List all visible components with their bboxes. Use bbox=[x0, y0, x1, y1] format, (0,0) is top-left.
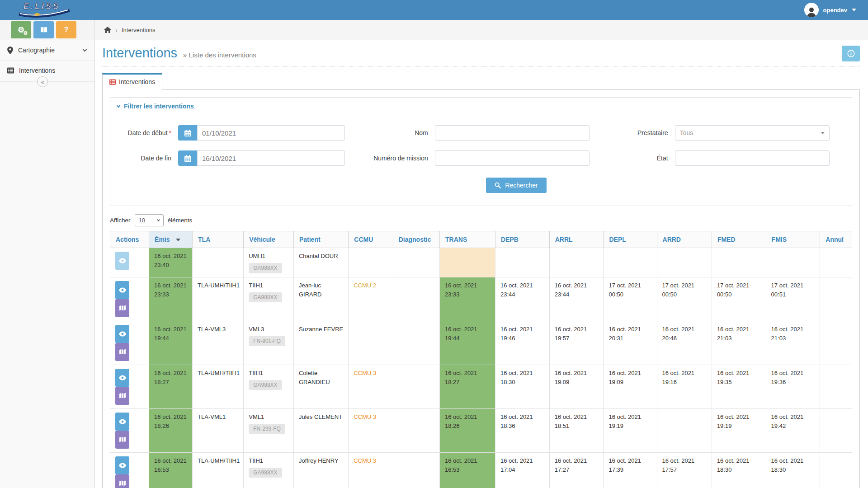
cell-vehicule: TIIH1GA988XX bbox=[244, 277, 294, 321]
cell-diagnostic bbox=[393, 248, 439, 277]
eye-icon bbox=[119, 375, 126, 380]
cell-fmed: 16 oct. 202118:30 bbox=[712, 452, 766, 488]
cell-vehicule: TIIH1GA988XX bbox=[244, 452, 294, 488]
search-button[interactable]: Rechercher bbox=[486, 178, 546, 193]
column-header--mis[interactable]: Émis bbox=[149, 231, 193, 248]
page-size-select[interactable]: 10 bbox=[135, 214, 164, 226]
column-header-trans[interactable]: TRANS bbox=[440, 231, 495, 248]
cell-tla: TLA-UMH/TIIH1 bbox=[193, 277, 244, 321]
view-intervention-button[interactable] bbox=[115, 252, 129, 270]
eye-icon bbox=[119, 463, 126, 468]
info-icon bbox=[847, 50, 855, 57]
info-button[interactable] bbox=[842, 46, 860, 61]
cell-arrd bbox=[657, 248, 712, 277]
list-icon bbox=[109, 79, 116, 85]
table-header-row: ActionsÉmisTLAVéhiculePatientCCMUDiagnos… bbox=[110, 231, 852, 248]
cell-arrl: 16 oct. 202119:57 bbox=[549, 321, 604, 365]
eye-icon bbox=[119, 331, 126, 337]
cell-fmed: 16 oct. 202119:35 bbox=[712, 365, 766, 408]
divider bbox=[102, 66, 860, 66]
column-header-depl[interactable]: DEPL bbox=[604, 231, 657, 248]
top-navbar: E.LISS opendev bbox=[0, 0, 868, 20]
column-header-patient[interactable]: Patient bbox=[293, 231, 348, 248]
page-subtitle: » Liste des interventions bbox=[183, 51, 256, 59]
eye-icon bbox=[119, 419, 126, 424]
table-row: 16 oct. 202116:53TLA-UMH/TIIH1TIIH1GA988… bbox=[110, 452, 852, 488]
cell-vehicule: VML3FN-901-FQ bbox=[244, 321, 294, 365]
cell-patient: Jules CLEMENT bbox=[293, 408, 348, 452]
map-intervention-button[interactable] bbox=[115, 431, 129, 449]
help-button[interactable]: ? bbox=[56, 21, 76, 38]
plate-badge: GA988XX bbox=[249, 263, 282, 273]
breadcrumb-item[interactable]: Interventions bbox=[122, 27, 155, 33]
view-intervention-button[interactable] bbox=[115, 456, 129, 474]
question-icon: ? bbox=[64, 26, 69, 34]
cell-actions bbox=[110, 248, 149, 277]
column-header-arrl[interactable]: ARRL bbox=[549, 231, 604, 248]
numero-mission-input[interactable] bbox=[435, 150, 590, 166]
column-header-actions[interactable]: Actions bbox=[110, 231, 149, 248]
ccmu-badge: CCMU 2 bbox=[354, 282, 376, 289]
etat-input[interactable] bbox=[675, 150, 830, 166]
cell-emis: 16 oct. 202118:26 bbox=[149, 408, 193, 452]
cell-depl: 16 oct. 202117:39 bbox=[604, 452, 657, 488]
settings-button[interactable]: ⚙ ⚙ bbox=[11, 21, 31, 38]
cell-annul bbox=[820, 452, 852, 488]
cell-tla bbox=[193, 248, 244, 277]
calendar-addon[interactable] bbox=[178, 125, 197, 141]
tab-label: Interventions bbox=[119, 78, 155, 85]
sidebar-item-interventions[interactable]: Interventions bbox=[0, 60, 94, 80]
map-intervention-button[interactable] bbox=[115, 474, 129, 488]
view-intervention-button[interactable] bbox=[115, 413, 129, 431]
user-menu[interactable]: opendev bbox=[804, 3, 868, 17]
cell-fmis: 17 oct. 202100:51 bbox=[766, 277, 820, 321]
table-row: 16 oct. 202118:27TLA-UMH/TIIH1TIIH1GA988… bbox=[110, 365, 852, 408]
cell-actions bbox=[110, 408, 149, 452]
sidebar-collapse-button[interactable]: « bbox=[37, 76, 48, 87]
plate-badge: GA988XX bbox=[249, 380, 282, 390]
column-header-depb[interactable]: DEPB bbox=[495, 231, 550, 248]
cell-trans: 16 oct. 202116:53 bbox=[440, 452, 495, 488]
column-header-ccmu[interactable]: CCMU bbox=[349, 231, 393, 248]
cell-ccmu bbox=[349, 321, 393, 365]
column-header-annul[interactable]: Annul bbox=[820, 231, 852, 248]
map-intervention-button[interactable] bbox=[115, 299, 129, 317]
date-fin-input[interactable] bbox=[197, 150, 345, 166]
column-header-fmis[interactable]: FMIS bbox=[766, 231, 820, 248]
map-intervention-button[interactable] bbox=[115, 343, 129, 361]
sidebar-toolbar: ⚙ ⚙ ? bbox=[0, 20, 94, 40]
cell-annul bbox=[820, 248, 852, 277]
column-header-arrd[interactable]: ARRD bbox=[657, 231, 712, 248]
cell-annul bbox=[820, 321, 852, 365]
cell-diagnostic bbox=[393, 408, 439, 452]
column-header-tla[interactable]: TLA bbox=[193, 231, 244, 248]
column-header-diagnostic[interactable]: Diagnostic bbox=[393, 231, 439, 248]
home-icon[interactable] bbox=[104, 27, 111, 33]
cell-tla: TLA-VML1 bbox=[193, 408, 244, 452]
map-intervention-button[interactable] bbox=[115, 387, 129, 405]
calendar-addon[interactable] bbox=[178, 150, 197, 166]
cell-fmis: 16 oct. 202119:36 bbox=[766, 365, 820, 408]
cell-fmis: 16 oct. 202121:03 bbox=[766, 321, 820, 365]
cell-annul bbox=[820, 277, 852, 321]
nom-input[interactable] bbox=[435, 125, 590, 141]
view-intervention-button[interactable] bbox=[115, 325, 129, 343]
column-header-v-hicule[interactable]: Véhicule bbox=[244, 231, 294, 248]
tab-interventions[interactable]: Interventions bbox=[102, 73, 162, 90]
cell-arrl: 16 oct. 202118:51 bbox=[549, 408, 604, 452]
cell-depb bbox=[495, 248, 550, 277]
view-intervention-button[interactable] bbox=[115, 369, 129, 387]
cell-trans: 16 oct. 202123:33 bbox=[440, 277, 495, 321]
prestataire-select[interactable]: Tous bbox=[675, 125, 830, 141]
tab-pane: Filtrer les interventions Date de début* bbox=[102, 90, 860, 488]
filter-panel-header[interactable]: Filtrer les interventions bbox=[110, 98, 852, 115]
cell-diagnostic bbox=[393, 277, 439, 321]
afficher-label: Afficher bbox=[110, 217, 131, 224]
cell-fmis: 16 oct. 202118:30 bbox=[766, 452, 820, 488]
date-debut-input[interactable] bbox=[197, 125, 345, 141]
cell-actions bbox=[110, 365, 149, 408]
documentation-button[interactable] bbox=[33, 21, 54, 38]
column-header-fmed[interactable]: FMED bbox=[712, 231, 766, 248]
sidebar-item-cartographie[interactable]: Cartographie bbox=[0, 40, 94, 60]
view-intervention-button[interactable] bbox=[115, 281, 129, 299]
